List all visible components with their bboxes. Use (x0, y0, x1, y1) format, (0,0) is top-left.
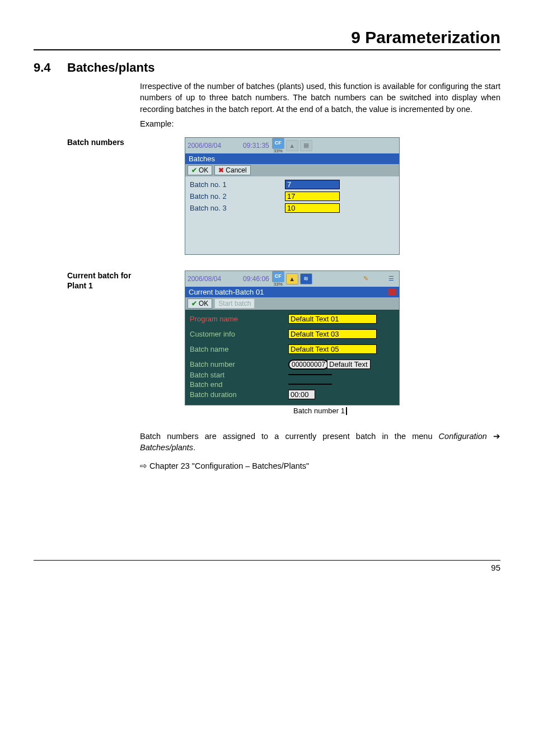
cf-percent: 33% (274, 149, 283, 153)
row-customer-info: Customer info Default Text 03 (190, 329, 395, 339)
chapter-title: 9 Parameterization (34, 28, 500, 47)
row-batch-duration: Batch duration 00:00 (190, 390, 395, 399)
cancel-button[interactable]: ✖Cancel (214, 165, 250, 175)
batch-number-suffix: Default Text (327, 360, 371, 369)
ok-button[interactable]: ✔OK (188, 165, 212, 175)
row-value[interactable]: 17 (285, 192, 340, 201)
side-label-batch-numbers: Batch numbers (67, 137, 140, 147)
example-label: Example: (140, 119, 500, 128)
topbar-time: 09:31:35 (243, 142, 269, 150)
title-rule (34, 49, 500, 50)
bell-icon: ▲ (286, 140, 298, 151)
screenshot-caption: Batch number 1 (140, 407, 500, 415)
row-batch1[interactable]: Batch no. 1 7 (190, 180, 395, 189)
row-batch2[interactable]: Batch no. 2 17 (190, 192, 395, 201)
row-batch-start: Batch start (190, 371, 395, 379)
pen-icon[interactable]: ✎ (360, 274, 371, 284)
printer-icon[interactable] (388, 288, 396, 295)
menu-icon[interactable]: ☰ (386, 274, 397, 284)
row-label: Batch end (190, 380, 288, 389)
cf-percent: 33% (274, 282, 283, 287)
panel-title: Batches (189, 155, 215, 163)
row-label: Batch duration (190, 390, 288, 399)
panel-header: Batches (185, 153, 399, 164)
row-program-name: Program name Default Text 01 (190, 314, 395, 324)
panel-title: Current batch-Batch 01 (189, 288, 264, 296)
cf-icon: CF (272, 138, 284, 149)
row-label: Batch no. 1 (190, 180, 285, 189)
section-number: 9.4 (34, 60, 67, 75)
row-value[interactable]: Default Text 03 (288, 329, 377, 339)
row-label: Customer info (190, 330, 288, 338)
row-batch-name: Batch name Default Text 05 (190, 344, 395, 354)
ok-button[interactable]: ✔OK (188, 298, 212, 309)
panel-body: Batch no. 1 7 Batch no. 2 17 Batch no. 3… (185, 176, 399, 254)
batch-number-value[interactable]: 000000007 (288, 360, 329, 370)
cf-icon: CF (272, 271, 284, 282)
cross-reference: ⇨ Chapter 23 "Configuration – Batches/Pl… (140, 461, 500, 470)
keypad-icon: ▦ (300, 140, 312, 151)
row-label: Batch no. 3 (190, 204, 285, 212)
topbar: 2006/08/04 09:31:35 CF 33% ▲ ▦ (185, 138, 399, 153)
row-value[interactable]: 10 (285, 203, 340, 213)
screenshot-current-batch: 2006/08/04 09:46:06 CF 33% ▲ ≋ ✎ ☰ Curre… (185, 270, 400, 405)
caption-pointer (346, 407, 347, 415)
topbar: 2006/08/04 09:46:06 CF 33% ▲ ≋ ✎ ☰ (185, 271, 399, 287)
row-value: 00:00 (288, 390, 315, 399)
row-label: Batch no. 2 (190, 192, 285, 200)
footer-rule (34, 560, 500, 561)
topbar-time: 09:46:06 (243, 275, 269, 283)
panel-header: Current batch-Batch 01 (185, 287, 399, 297)
screenshot-batches: 2006/08/04 09:31:35 CF 33% ▲ ▦ Batches ✔… (185, 137, 400, 255)
footnote-paragraph: Batch numbers are assigned to a currentl… (140, 431, 500, 454)
start-batch-button: Start batch (214, 298, 255, 309)
row-value-selected[interactable]: 7 (285, 180, 340, 189)
row-batch3[interactable]: Batch no. 3 10 (190, 203, 395, 213)
section-name: Batches/plants (67, 60, 155, 75)
row-batch-number: Batch number 000000007Default Text (190, 360, 395, 370)
wave-icon[interactable]: ≋ (300, 273, 312, 284)
topbar-date: 2006/08/04 (188, 142, 221, 150)
row-label: Batch number (190, 360, 288, 368)
bell-icon[interactable]: ▲ (286, 273, 298, 284)
row-value (288, 384, 332, 385)
row-value (288, 374, 332, 375)
row-label: Program name (190, 315, 288, 323)
section-heading: 9.4 Batches/plants (34, 60, 500, 75)
row-value[interactable]: Default Text 05 (288, 344, 377, 354)
row-label: Batch name (190, 345, 288, 353)
side-label-current-batch: Current batch for Plant 1 (67, 270, 140, 291)
menu-path-batches: Batches/plants (140, 443, 193, 452)
row-batch-end: Batch end (190, 380, 395, 389)
panel-body: Program name Default Text 01 Customer in… (185, 310, 399, 405)
row-label: Batch start (190, 371, 288, 379)
menu-path-config: Configuration (439, 432, 487, 441)
button-row: ✔OK ✖Cancel (185, 164, 399, 176)
row-value[interactable]: Default Text 01 (288, 314, 377, 324)
intro-paragraph: Irrespective of the number of batches (p… (140, 81, 500, 115)
button-row: ✔OK Start batch (185, 297, 399, 310)
topbar-date: 2006/08/04 (188, 275, 221, 283)
page-number: 95 (34, 563, 500, 572)
